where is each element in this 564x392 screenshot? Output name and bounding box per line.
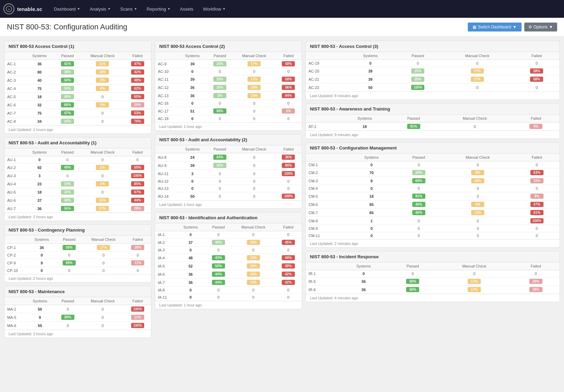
row-systems: 32 — [25, 101, 54, 109]
row-passed: 64% — [206, 153, 233, 161]
col-failed: Failed — [124, 52, 151, 60]
panel-ac3: NIST 800-53 - Access Control (3) Systems… — [305, 41, 560, 100]
options-button[interactable]: ⚙ Options ▼ — [524, 23, 557, 31]
row-systems: 0 — [176, 287, 205, 294]
table-row: AC-13 36 2% 14% 84% — [155, 92, 302, 100]
row-systems: 23 — [25, 180, 54, 188]
table-row: IA-11 0 0 0 0 — [155, 294, 302, 301]
row-passed: 0 — [206, 170, 233, 178]
nav-reporting[interactable]: Reporting ▼ — [142, 0, 175, 18]
table-at: Systems Passed Manual Check Failed AT-1 … — [306, 115, 560, 131]
row-id: AC-6 — [4, 101, 25, 109]
row-manual: 17% — [437, 286, 512, 294]
row-id: AC-22 — [306, 83, 346, 92]
row-passed: 0 — [206, 178, 233, 185]
row-manual: 17% — [437, 277, 512, 286]
table-row: AC-17 51 98% 0 2% — [155, 107, 302, 115]
table-row: AC-4 75 34% 4% 62% — [4, 84, 151, 93]
row-manual: 0 — [81, 305, 124, 313]
brand[interactable]: ✦ tenable.sc — [3, 3, 42, 14]
row-manual: 5% — [81, 101, 124, 109]
row-passed: 38% — [54, 68, 81, 76]
row-id: AU-13 — [155, 185, 178, 192]
row-passed: 33% — [54, 188, 81, 196]
row-manual: 17% — [441, 67, 514, 75]
row-passed: 56% — [389, 286, 436, 294]
row-id: IR-1 — [306, 270, 338, 277]
row-passed: 89% — [54, 313, 81, 322]
row-id: CM-2 — [306, 169, 347, 177]
table-row: IR-1 0 0 0 0 — [306, 270, 560, 277]
col-manual: Manual Check — [81, 52, 124, 60]
table-row: IA-2 37 40% 14% 45% — [155, 238, 302, 247]
table-row: AU-8 24 64% 0 36% — [155, 153, 302, 161]
row-systems: 75 — [25, 84, 54, 93]
row-passed: 28% — [396, 169, 441, 177]
table-row: CM-3 9 68% 22% 10% — [306, 177, 560, 185]
row-passed: 25% — [395, 67, 441, 75]
row-systems: 0 — [347, 225, 396, 232]
row-manual: 0 — [441, 60, 514, 67]
row-manual: 6% — [441, 200, 514, 209]
panel-cp-title: NIST 800-53 - Contingency Planning — [4, 225, 151, 236]
row-id: AC-16 — [155, 100, 178, 107]
nav-scans[interactable]: Scans ▼ — [115, 0, 142, 18]
row-systems: 85 — [347, 209, 396, 217]
row-passed: 0 — [389, 270, 436, 277]
row-id: CM-11 — [306, 232, 347, 239]
table-row: AC-2 80 38% 19% 42% — [4, 68, 151, 76]
row-systems: 36 — [338, 277, 389, 286]
row-manual: 2% — [81, 76, 124, 84]
row-failed: 47% — [124, 60, 151, 68]
row-systems: 36 — [176, 270, 205, 278]
row-systems: 48 — [176, 254, 205, 262]
row-manual: 0 — [81, 313, 124, 322]
row-manual: 15% — [81, 196, 124, 205]
main-content: NIST 800-53 Access Control (1) Systems P… — [0, 37, 564, 342]
row-id: AC-4 — [4, 84, 25, 93]
switch-dashboard-button[interactable]: ▦ Switch Dashboard ▼ — [468, 23, 521, 31]
table-row: CM-9 0 0 0 0 — [306, 225, 560, 232]
row-systems: 51 — [178, 107, 206, 115]
row-systems: 0 — [178, 68, 206, 75]
row-failed: 2% — [275, 107, 302, 115]
nav-workflow[interactable]: Workflow ▼ — [198, 0, 230, 18]
nav-assets[interactable]: Assets — [175, 0, 198, 18]
row-failed: 11% — [124, 313, 151, 322]
row-failed: 10% — [514, 177, 560, 185]
nav-dashboard[interactable]: Dashboard ▼ — [49, 0, 85, 18]
row-systems: 0 — [176, 247, 205, 254]
table-row: CM-4 0 0 0 0 — [306, 185, 560, 192]
row-passed: 0 — [56, 252, 82, 259]
row-id: CP-2 — [4, 252, 27, 259]
row-manual: 10% — [232, 262, 275, 270]
table-row: AU-11 3 0 0 100% — [155, 170, 302, 178]
row-id: AU-6 — [4, 196, 25, 205]
row-failed: 41% — [514, 209, 560, 217]
panel-au1-footer: Last Updated: 2 hours ago — [4, 213, 151, 221]
table-ac2: Systems Passed Manual Check Failed AC-9 … — [155, 52, 302, 122]
page-header: NIST 800-53: Configuration Auditing ▦ Sw… — [0, 18, 564, 37]
row-id: AU-12 — [155, 178, 178, 185]
row-systems: 75 — [25, 109, 54, 117]
row-failed: 84% — [275, 92, 302, 100]
row-id: AC-20 — [306, 67, 346, 75]
table-row: AC-22 50 100% 0 0 — [306, 83, 560, 92]
panel-ir-footer: Last Updated: 4 minutes ago — [306, 294, 560, 302]
column-2: NIST 800-53 Access Control (2) Systems P… — [155, 41, 302, 338]
row-manual: 14% — [232, 270, 275, 278]
table-row: AC-10 0 0 0 0 — [155, 68, 302, 75]
row-manual: 0 — [233, 107, 275, 115]
panel-cm-footer: Last Updated: 2 minutes ago — [306, 239, 560, 247]
row-passed: 40% — [54, 196, 81, 205]
nav-analysis[interactable]: Analysis ▼ — [85, 0, 115, 18]
row-id: AC-11 — [155, 75, 178, 83]
row-failed: 58% — [514, 67, 560, 75]
chevron-down-icon: ▼ — [549, 25, 553, 29]
table-row: IA-8 0 0 0 0 — [155, 287, 302, 294]
row-manual: 17% — [81, 205, 124, 213]
row-id: MA-5 — [4, 313, 25, 322]
table-ac1: Systems Passed Manual Check Failed AC-1 … — [4, 52, 151, 126]
row-failed: 28% — [512, 286, 560, 294]
row-passed: 0 — [206, 68, 233, 75]
